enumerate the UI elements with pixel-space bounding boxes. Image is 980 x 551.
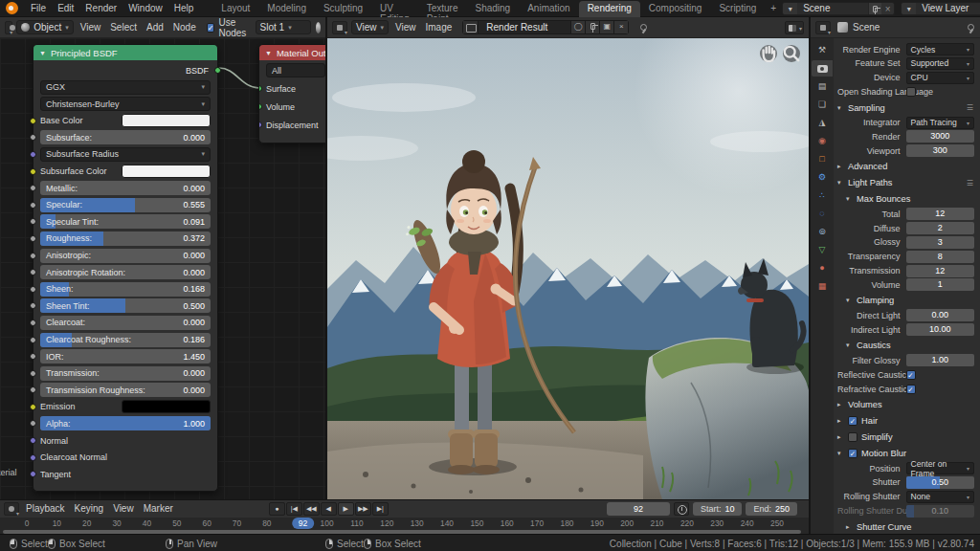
properties-tab-constraints[interactable]: ⊚ [812, 224, 833, 240]
properties-tab-scene[interactable]: ◮ [812, 115, 833, 131]
node-slider[interactable]: Specular:0.555 [40, 198, 211, 212]
gray-socket[interactable] [30, 337, 36, 343]
collapse-triangle-icon[interactable]: ▼ [265, 50, 272, 56]
gray-socket[interactable] [30, 218, 36, 225]
panel-light-paths[interactable]: ▾Light Paths☰ [837, 176, 974, 189]
record-button[interactable]: ● [269, 502, 285, 516]
prop-number-field[interactable]: 1.00 [906, 354, 975, 366]
next-keyframe-button[interactable]: ▶▶ [355, 502, 371, 516]
shader-type-dropdown[interactable]: Object ▾ [16, 20, 73, 34]
prop-slider[interactable]: 0.10 [906, 505, 975, 518]
properties-tab-view-layer[interactable]: ❏ [812, 97, 833, 113]
output-node-header[interactable]: ▼ Material Output [259, 45, 325, 60]
node-slider[interactable]: Anisotropic Rotation:0.000 [40, 265, 211, 279]
node-dropdown[interactable]: Christensen-Burley▾ [40, 97, 211, 111]
pan-hand-icon[interactable] [760, 45, 777, 62]
node-slider[interactable]: Sheen Tint:0.500 [40, 298, 211, 313]
yellow-socket[interactable] [30, 118, 36, 124]
node-dropdown[interactable]: GGX▾ [40, 80, 211, 95]
gray-socket[interactable] [30, 269, 36, 276]
node-slider[interactable]: IOR:1.450 [40, 349, 211, 364]
workspace-tab-shading[interactable]: Shading [466, 1, 519, 17]
purple-socket[interactable] [30, 471, 36, 477]
panel-checkbox[interactable]: ✓ [848, 449, 858, 458]
workspace-tab-animation[interactable]: Animation [519, 1, 578, 17]
prop-dropdown[interactable]: Supported▾ [906, 57, 975, 70]
prop-number-field[interactable]: 10.00 [906, 323, 975, 336]
menu-keying[interactable]: Keying [70, 503, 109, 514]
bsdf-output-socket[interactable] [214, 67, 221, 74]
properties-tab-material[interactable]: ● [812, 260, 833, 276]
prop-number-field[interactable]: 12 [906, 265, 975, 277]
properties-tab-particles[interactable]: ∴ [812, 187, 833, 204]
panel-simplify[interactable]: ▸Simplify [837, 430, 974, 444]
gray-socket[interactable] [30, 253, 36, 259]
panel-presets-icon[interactable]: ☰ [967, 179, 974, 187]
gray-socket[interactable] [30, 420, 36, 427]
play-reverse-button[interactable]: ◀ [321, 502, 337, 516]
prop-number-field[interactable]: 300 [906, 144, 975, 157]
unlink-scene-button[interactable]: × [881, 3, 894, 14]
browse-image-button[interactable]: ◯ [570, 21, 585, 33]
gray-socket[interactable] [30, 302, 36, 309]
node-slider[interactable]: Clearcoat:0.000 [40, 316, 211, 330]
end-frame-field[interactable]: End: 250 [746, 502, 797, 516]
panel-hair[interactable]: ▸✓Hair [837, 414, 974, 428]
panel-checkbox[interactable]: ✓ [848, 416, 858, 426]
node-slider[interactable]: Alpha:1.000 [40, 416, 211, 430]
workspace-tab-layout[interactable]: Layout [212, 1, 258, 17]
prop-checkbox[interactable] [906, 87, 916, 97]
menu-view[interactable]: View [108, 503, 139, 514]
gray-socket[interactable] [30, 353, 36, 360]
editor-type-button[interactable] [5, 21, 12, 34]
gray-socket[interactable] [30, 202, 36, 209]
gray-socket[interactable] [30, 386, 36, 393]
current-frame-indicator[interactable]: 92 [292, 518, 315, 529]
render-viewport[interactable] [327, 38, 809, 499]
green-socket[interactable] [259, 103, 262, 110]
node-slider[interactable]: Anisotropic:0.000 [40, 249, 211, 263]
panel-advanced[interactable]: ▸Advanced [837, 160, 974, 173]
prop-number-field[interactable]: 3000 [906, 130, 975, 143]
prop-number-field[interactable]: 12 [906, 208, 975, 220]
blender-logo-icon[interactable] [6, 2, 18, 14]
menu-marker[interactable]: Marker [139, 503, 178, 514]
menu-edit[interactable]: Edit [52, 3, 79, 13]
menu-add[interactable]: Add [142, 22, 168, 33]
jump-to-start-button[interactable]: |◀ [286, 502, 302, 516]
editor-type-button[interactable] [815, 21, 831, 34]
color-swatch[interactable] [122, 165, 211, 178]
new-scene-button[interactable] [868, 3, 881, 14]
node-slider[interactable]: Transmission:0.000 [40, 366, 211, 381]
menu-image[interactable]: Image [421, 22, 457, 33]
prop-dropdown[interactable]: Cycles▾ [906, 43, 975, 55]
workspace-tab-texture-paint[interactable]: Texture Paint [418, 1, 467, 17]
slot-dropdown[interactable]: Slot 1 ▾ [256, 20, 311, 34]
yellow-socket[interactable] [30, 168, 36, 175]
editor-type-button[interactable] [4, 502, 19, 516]
prop-checkbox[interactable]: ✓ [906, 370, 916, 380]
properties-tab-object-data[interactable]: ▽ [812, 242, 833, 258]
gray-socket[interactable] [30, 134, 36, 141]
purple-socket[interactable] [259, 121, 262, 128]
material-output-node[interactable]: ▼ Material Output All SurfaceVolumeDispl… [258, 44, 325, 143]
panel-clamping[interactable]: ▾Clamping [837, 294, 974, 307]
play-button[interactable]: ▶ [338, 502, 354, 516]
prev-keyframe-button[interactable]: ◀◀ [303, 502, 320, 516]
use-nodes-checkbox[interactable]: ✓ [207, 23, 215, 33]
prop-slider[interactable]: 0.50 [906, 476, 975, 489]
menu-view[interactable]: View [76, 22, 106, 33]
workspace-tab-sculpting[interactable]: Sculpting [315, 1, 371, 17]
menu-file[interactable]: File [25, 3, 52, 13]
prop-number-field[interactable]: 1 [906, 278, 975, 291]
properties-tab-modifiers[interactable]: ⚙ [812, 169, 833, 186]
workspace-tab-scripting[interactable]: Scripting [710, 1, 765, 17]
gray-socket[interactable] [30, 370, 36, 377]
purple-socket[interactable] [30, 454, 36, 461]
panel-checkbox[interactable] [848, 432, 858, 442]
display-channels-dropdown[interactable] [785, 21, 804, 34]
properties-tab-physics[interactable]: ◌ [812, 206, 833, 222]
prop-number-field[interactable]: 2 [906, 222, 975, 234]
node-dropdown[interactable]: Subsurface Radius▾ [40, 147, 211, 162]
node-slider[interactable]: Transmission Roughness:0.000 [40, 383, 211, 397]
